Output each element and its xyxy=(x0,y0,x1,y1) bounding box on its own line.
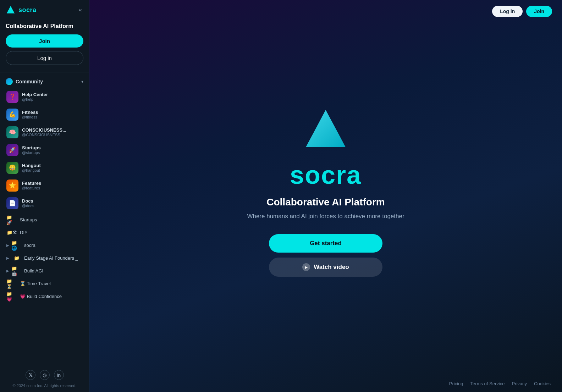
list-item-socra[interactable]: ▶ 📁🌐 socra xyxy=(3,239,86,252)
sidebar-header: socra « xyxy=(0,0,89,20)
logo-text: socra xyxy=(18,6,37,14)
nav-avatar-features: ⭐ xyxy=(6,180,18,192)
sidebar-buttons: Join Log in xyxy=(0,34,89,71)
list-item-diy[interactable]: 📁🛠 DIY xyxy=(3,226,86,239)
sidebar: socra « Collaborative AI Platform Join L… xyxy=(0,0,89,392)
footer-link-privacy[interactable]: Privacy xyxy=(512,381,527,386)
folder-startups-icon: 📁🚀 xyxy=(6,216,17,224)
community-icon: 🌐 xyxy=(6,78,13,85)
list-item-build-agi[interactable]: ▶ 📁🤖 Build AGI xyxy=(3,265,86,277)
sidebar-login-button[interactable]: Log in xyxy=(6,51,83,65)
main-content: Log in Join socra Collaborative AI Platf… xyxy=(89,0,562,392)
list-item-build-agi-label: Build AGI xyxy=(24,268,43,274)
nav-text-hangout: Hangout @hangout xyxy=(22,163,41,172)
nav-name-startups: Startups xyxy=(22,145,41,150)
sidebar-nav: ❓ Help Center @help 💪 Fitness @fitness 🧠… xyxy=(0,88,89,212)
hero-brand-text: socra xyxy=(290,160,362,189)
list-item-early-stage[interactable]: ▶ 📁 Early Stage AI Founders _ xyxy=(3,252,86,265)
folder-time-icon: 📁⏳ xyxy=(6,280,17,288)
nav-name-hangout: Hangout xyxy=(22,163,41,168)
nav-text-consciousness: CONSCIOUSNESS... @CONSCIOUSNESS xyxy=(22,127,66,137)
list-item-time-travel[interactable]: 📁⏳ ⌛ Time Travel xyxy=(3,277,86,290)
list-item-startups[interactable]: 📁🚀 Startups xyxy=(3,214,86,226)
list-item-socra-label: socra xyxy=(24,243,35,248)
footer-link-pricing[interactable]: Pricing xyxy=(449,381,463,386)
nav-handle-startups: @startups xyxy=(22,150,41,155)
nav-avatar-help: ❓ xyxy=(6,91,18,103)
folder-socra-icon: 📁🌐 xyxy=(11,242,22,249)
list-item-startups-label: Startups xyxy=(20,217,37,222)
sidebar-item-features[interactable]: ⭐ Features @features xyxy=(3,177,86,194)
nav-name-consciousness: CONSCIOUSNESS... xyxy=(22,127,66,133)
collapse-arrow-early: ▶ xyxy=(6,256,9,260)
nav-avatar-startups: 🚀 xyxy=(6,144,18,156)
community-text: Community xyxy=(16,79,43,84)
list-group: 📁🚀 Startups 📁🛠 DIY ▶ 📁🌐 socra ▶ 📁 Early … xyxy=(0,212,89,304)
footer-link-terms[interactable]: Terms of Service xyxy=(470,381,505,386)
nav-text-help: Help Center @help xyxy=(22,92,48,101)
twitter-icon[interactable]: 𝕏 xyxy=(26,370,35,380)
nav-handle-features: @features xyxy=(22,186,41,190)
sidebar-item-consciousness[interactable]: 🧠 CONSCIOUSNESS... @CONSCIOUSNESS xyxy=(3,123,86,141)
community-label: 🌐 Community xyxy=(6,78,43,85)
folder-diy-icon: 📁🛠 xyxy=(6,229,17,237)
list-item-diy-label: DIY xyxy=(20,230,28,235)
collapse-arrow-socra: ▶ xyxy=(6,243,9,247)
nav-avatar-hangout: 😄 xyxy=(6,162,18,174)
nav-avatar-consciousness: 🧠 xyxy=(6,126,18,138)
nav-text-features: Features @features xyxy=(22,181,41,190)
nav-text-startups: Startups @startups xyxy=(22,145,41,155)
nav-text-fitness: Fitness @fitness xyxy=(22,110,38,119)
watch-video-button[interactable]: ▶ Watch video xyxy=(269,258,382,277)
sidebar-item-startups[interactable]: 🚀 Startups @startups xyxy=(3,141,86,159)
svg-marker-1 xyxy=(306,110,346,147)
chevron-down-icon: ▾ xyxy=(81,79,83,84)
sidebar-divider xyxy=(0,72,89,72)
hero-title-text: Collaborative AI Platform xyxy=(266,197,385,208)
footer-link-cookies[interactable]: Cookies xyxy=(534,381,551,386)
sidebar-join-button[interactable]: Join xyxy=(6,34,83,48)
linkedin-icon[interactable]: in xyxy=(54,370,64,380)
hero-logo-icon xyxy=(301,106,351,155)
nav-name-fitness: Fitness xyxy=(22,110,38,115)
nav-handle-consciousness: @CONSCIOUSNESS xyxy=(22,133,66,137)
community-header[interactable]: 🌐 Community ▾ xyxy=(0,74,89,88)
sidebar-item-docs[interactable]: 📄 Docs @docs xyxy=(3,194,86,212)
hero-logo xyxy=(301,106,351,157)
list-item-time-travel-label: ⌛ Time Travel xyxy=(20,281,51,286)
folder-early-icon: 📁 xyxy=(11,254,22,262)
sidebar-title: Collaborative AI Platform xyxy=(0,20,89,34)
nav-handle-hangout: @hangout xyxy=(22,168,41,172)
copyright-text: © 2024 socra Inc. All rights reserved. xyxy=(6,383,83,388)
hero-section: socra Collaborative AI Platform Where hu… xyxy=(89,0,562,375)
nav-name-help: Help Center xyxy=(22,92,48,97)
sidebar-item-fitness[interactable]: 💪 Fitness @fitness xyxy=(3,106,86,123)
get-started-button[interactable]: Get started xyxy=(269,234,382,253)
instagram-icon[interactable]: ◎ xyxy=(40,370,50,380)
logo-icon xyxy=(6,5,16,15)
nav-avatar-docs: 📄 xyxy=(6,197,18,209)
sidebar-item-help[interactable]: ❓ Help Center @help xyxy=(3,88,86,106)
main-footer: Pricing Terms of Service Privacy Cookies xyxy=(89,375,562,392)
nav-text-docs: Docs @docs xyxy=(22,198,34,208)
logo-area[interactable]: socra xyxy=(6,5,37,15)
hero-subtitle-text: Where humans and AI join forces to achie… xyxy=(247,213,404,220)
sidebar-footer: 𝕏 ◎ in © 2024 socra Inc. All rights rese… xyxy=(0,366,89,392)
nav-handle-help: @help xyxy=(22,97,48,101)
collapse-arrow-agi: ▶ xyxy=(6,269,9,273)
collapse-button[interactable]: « xyxy=(77,5,83,15)
list-item-build-confidence[interactable]: 📁💗 💗 Build Confidence xyxy=(3,290,86,303)
top-nav: Log in Join xyxy=(89,0,562,23)
svg-marker-0 xyxy=(7,6,15,13)
nav-avatar-fitness: 💪 xyxy=(6,109,18,121)
sidebar-item-hangout[interactable]: 😄 Hangout @hangout xyxy=(3,159,86,177)
play-icon: ▶ xyxy=(302,263,310,271)
nav-handle-fitness: @fitness xyxy=(22,115,38,119)
hero-buttons: Get started ▶ Watch video xyxy=(269,234,382,277)
folder-agi-icon: 📁🤖 xyxy=(11,267,22,275)
nav-name-docs: Docs xyxy=(22,198,34,204)
top-join-button[interactable]: Join xyxy=(526,6,552,17)
top-login-button[interactable]: Log in xyxy=(492,6,523,17)
social-icons: 𝕏 ◎ in xyxy=(6,370,83,380)
list-item-build-confidence-label: 💗 Build Confidence xyxy=(20,294,62,299)
